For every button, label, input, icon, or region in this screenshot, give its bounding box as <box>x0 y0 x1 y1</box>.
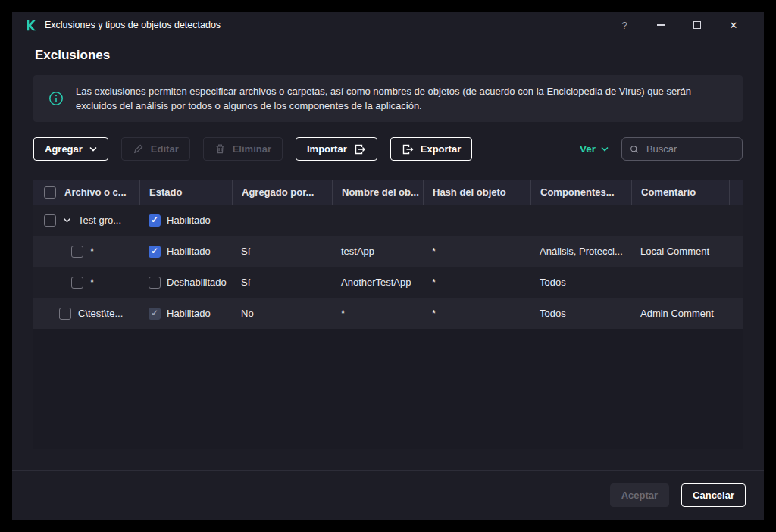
estado-checkbox[interactable] <box>149 308 161 320</box>
cell-componentes: Análisis, Protecci... <box>530 246 631 257</box>
trash-icon <box>214 143 226 155</box>
screen: Exclusiones y tipos de objetos detectado… <box>0 0 776 532</box>
search-box <box>621 137 743 161</box>
add-button-label: Agregar <box>45 143 83 155</box>
column-header-estado[interactable]: Estado <box>139 180 232 205</box>
toolbar: Agregar Editar Eliminar Importar Exporta… <box>33 137 743 161</box>
delete-button[interactable]: Eliminar <box>203 137 283 161</box>
table-row[interactable]: * Deshabilitado Sí AnotherTestApp * Todo… <box>33 267 743 298</box>
table-row[interactable]: C\test\te... Habilitado No * * Todos Adm… <box>33 298 743 329</box>
help-button[interactable]: ? <box>606 14 643 36</box>
chevron-down-icon <box>89 146 97 152</box>
cell-comentario: Local Comment <box>631 246 729 257</box>
estado-label: Habilitado <box>167 214 211 226</box>
estado-checkbox[interactable] <box>149 277 161 289</box>
column-header-agregado[interactable]: Agregado por... <box>232 180 332 205</box>
titlebar: Exclusiones y tipos de objetos detectado… <box>12 12 764 38</box>
estado-checkbox[interactable] <box>149 246 161 258</box>
row-checkbox[interactable] <box>59 308 71 320</box>
cell-archivo: * <box>90 246 94 257</box>
app-window: Exclusiones y tipos de objetos detectado… <box>12 12 764 520</box>
footer: Aceptar Cancelar <box>12 470 764 520</box>
view-dropdown[interactable]: Ver <box>580 143 609 155</box>
row-checkbox[interactable] <box>44 214 56 227</box>
edit-button[interactable]: Editar <box>121 137 190 161</box>
select-all-checkbox[interactable] <box>44 186 56 199</box>
cell-hash: * <box>423 246 530 257</box>
import-button[interactable]: Importar <box>296 137 377 161</box>
table-group-row[interactable]: Test gro... Habilitado <box>33 205 743 236</box>
column-header-hash[interactable]: Hash del objeto <box>423 180 530 205</box>
import-button-label: Importar <box>307 143 347 155</box>
export-icon <box>402 143 414 155</box>
chevron-down-icon <box>601 146 609 152</box>
view-dropdown-label: Ver <box>580 143 596 155</box>
column-header-comentario[interactable]: Comentario <box>631 180 729 205</box>
maximize-button[interactable] <box>679 14 715 36</box>
estado-label: Habilitado <box>167 246 211 257</box>
column-header-spacer <box>729 180 743 205</box>
column-header-archivo[interactable]: Archivo o c... <box>33 180 139 205</box>
window-controls: ? ✕ <box>606 14 752 36</box>
estado-label: Deshabilitado <box>167 277 227 288</box>
estado-checkbox[interactable] <box>149 214 161 227</box>
table-header: Archivo o c... Estado Agregado por... No… <box>33 180 743 205</box>
row-checkbox[interactable] <box>71 246 83 258</box>
window-title: Exclusiones y tipos de objetos detectado… <box>45 20 221 30</box>
row-checkbox[interactable] <box>71 277 83 289</box>
search-icon <box>630 144 639 155</box>
column-label: Archivo o c... <box>64 186 127 198</box>
table-empty-area <box>33 329 743 449</box>
minimize-button[interactable] <box>643 14 679 36</box>
add-button[interactable]: Agregar <box>33 137 108 161</box>
minimize-icon <box>657 24 665 26</box>
page-title: Exclusiones <box>35 48 764 63</box>
info-banner: Las exclusiones permiten especificar arc… <box>33 75 743 122</box>
cell-nombre: * <box>332 308 423 319</box>
cell-componentes: Todos <box>530 277 631 288</box>
edit-button-label: Editar <box>151 143 179 155</box>
table-row[interactable]: * Habilitado Sí testApp * Análisis, Prot… <box>33 236 743 267</box>
export-button-label: Exportar <box>421 143 461 155</box>
cell-componentes: Todos <box>530 308 631 319</box>
export-button[interactable]: Exportar <box>390 137 472 161</box>
cancel-button[interactable]: Cancelar <box>681 483 746 507</box>
cell-hash: * <box>423 277 530 288</box>
cell-nombre: AnotherTestApp <box>332 277 423 288</box>
accept-button[interactable]: Aceptar <box>610 483 669 507</box>
cell-agregado: Sí <box>232 246 332 257</box>
info-banner-text: Las exclusiones permiten especificar arc… <box>76 84 728 113</box>
cell-nombre: testApp <box>332 246 423 257</box>
pencil-icon <box>133 143 144 155</box>
close-icon: ✕ <box>730 20 738 31</box>
maximize-icon <box>693 21 701 29</box>
close-button[interactable]: ✕ <box>715 14 752 36</box>
cell-hash: * <box>423 308 530 319</box>
collapse-chevron-icon[interactable] <box>63 217 71 223</box>
column-header-nombre[interactable]: Nombre del ob... <box>332 180 423 205</box>
cell-agregado: No <box>232 308 332 319</box>
cell-archivo: C\test\te... <box>78 308 123 319</box>
exclusions-table: Archivo o c... Estado Agregado por... No… <box>33 180 743 449</box>
search-input[interactable] <box>645 142 734 155</box>
estado-label: Habilitado <box>167 308 211 319</box>
info-icon <box>48 91 64 106</box>
column-header-componentes[interactable]: Componentes... <box>530 180 631 205</box>
cell-archivo: * <box>90 277 94 288</box>
cell-comentario: Admin Comment <box>631 308 729 319</box>
group-name: Test gro... <box>78 214 121 226</box>
cell-agregado: Sí <box>232 277 332 288</box>
kaspersky-logo-icon <box>24 19 37 32</box>
delete-button-label: Eliminar <box>233 143 271 155</box>
import-icon <box>354 143 366 155</box>
